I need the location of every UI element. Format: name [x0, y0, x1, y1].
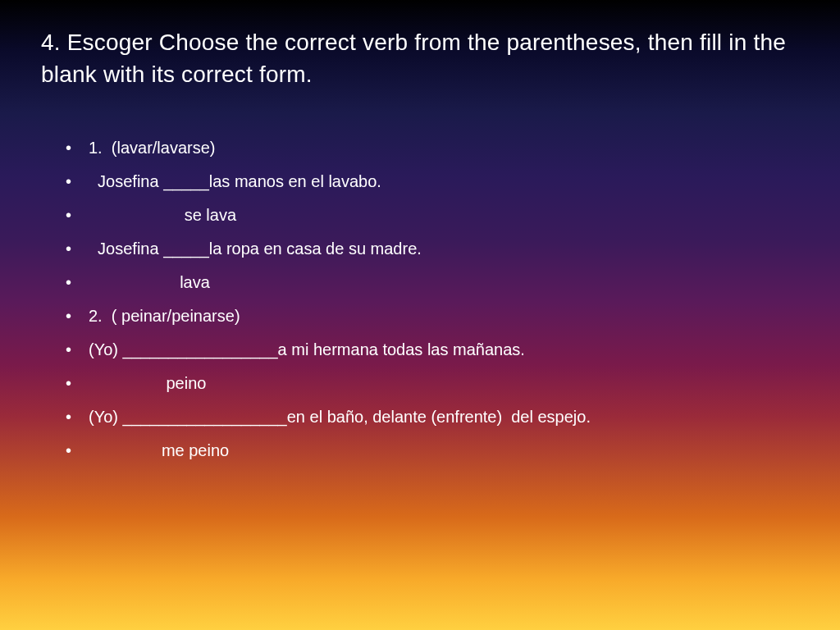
list-item: lava: [66, 270, 799, 295]
list-item: peino: [66, 371, 799, 396]
list-item: (Yo) __________________en el baño, delan…: [66, 404, 799, 430]
list-item: Josefina _____la ropa en casa de su madr…: [66, 236, 799, 262]
slide-body: 1. (lavar/lavarse) Josefina _____las man…: [41, 135, 799, 463]
list-item: Josefina _____las manos en el lavabo.: [66, 169, 799, 194]
list-item: se lava: [66, 203, 799, 228]
slide-title: 4. Escoger Choose the correct verb from …: [41, 26, 799, 90]
list-item: me peino: [66, 438, 799, 463]
list-item: 1. (lavar/lavarse): [66, 135, 799, 161]
list-item: 2. ( peinar/peinarse): [66, 304, 799, 329]
list-item: (Yo) _________________a mi hermana todas…: [66, 337, 799, 363]
